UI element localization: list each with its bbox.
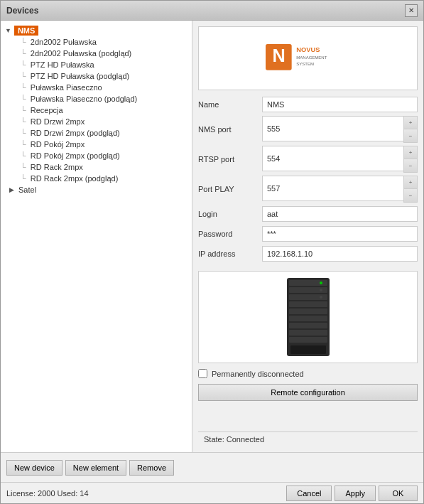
name-value: NMS <box>262 97 418 112</box>
main-window: Devices ✕ ▼ NMS └ 2dn2002 Puławska └ <box>0 0 424 504</box>
nms-port-spinner: 555 + − <box>262 116 418 143</box>
state-text: State: Connected <box>204 435 264 444</box>
svg-rect-12 <box>289 330 327 336</box>
bottom-left-buttons: New device New element Remove <box>6 460 418 476</box>
list-item[interactable]: └ PTZ HD Puławska (podgląd) <box>18 70 189 82</box>
apply-button[interactable]: Apply <box>335 486 376 501</box>
nms-port-value[interactable]: 555 <box>262 116 403 141</box>
list-item[interactable]: └ RD Drzwi 2mpx <box>18 116 189 127</box>
tree-children: └ 2dn2002 Puławska └ 2dn2002 Puławska (p… <box>4 36 189 184</box>
svg-rect-17 <box>290 345 326 354</box>
nms-port-up[interactable]: + <box>404 117 417 129</box>
cancel-button[interactable]: Cancel <box>286 486 332 501</box>
company-logo: N NOVUS MANAGEMENT SYSTEM <box>266 37 351 80</box>
port-play-value[interactable]: 557 <box>262 176 403 201</box>
rtsp-port-spinner: 554 + − <box>262 146 418 173</box>
list-item[interactable]: └ Puławska Piaseczno (podgląd) <box>18 93 189 104</box>
list-item[interactable]: └ Puławska Piaseczno <box>18 82 189 93</box>
dialog-buttons: Cancel Apply OK <box>286 486 418 501</box>
svg-rect-9 <box>289 309 327 314</box>
ok-button[interactable]: OK <box>379 486 418 501</box>
satel-node[interactable]: ▶ Satel <box>4 184 189 195</box>
svg-rect-11 <box>289 323 327 328</box>
name-row: Name NMS <box>198 96 418 113</box>
list-item[interactable]: └ 2dn2002 Puławska <box>18 36 189 48</box>
ip-label: IP address <box>198 250 262 258</box>
close-button[interactable]: ✕ <box>405 4 418 17</box>
left-panel: ▼ NMS └ 2dn2002 Puławska └ 2dn2002 Puław… <box>1 21 192 452</box>
password-value[interactable]: *** <box>262 226 418 242</box>
svg-point-16 <box>320 296 322 299</box>
checkbox-row: Permanently disconnected <box>198 369 418 378</box>
port-play-down[interactable]: − <box>404 189 417 202</box>
title-bar: Devices ✕ <box>1 1 423 21</box>
license-bar: License: 2000 Used: 14 Cancel Apply OK <box>1 482 423 503</box>
svg-rect-8 <box>289 301 327 307</box>
device-image <box>198 271 418 363</box>
login-value[interactable]: aat <box>262 206 418 222</box>
svg-text:SYSTEM: SYSTEM <box>296 62 314 66</box>
checkbox-label: Permanently disconnected <box>212 370 304 378</box>
rtsp-port-value[interactable]: 554 <box>262 146 403 171</box>
logo-area: N NOVUS MANAGEMENT SYSTEM <box>198 26 418 90</box>
ip-row: IP address 192.168.1.10 <box>198 245 418 262</box>
port-play-up[interactable]: + <box>404 176 417 189</box>
new-device-button[interactable]: New device <box>6 460 62 476</box>
list-item[interactable]: └ RD Pokój 2mpx (podgląd) <box>18 150 189 161</box>
expand-icon: ▼ <box>5 27 11 34</box>
password-label: Password <box>198 230 262 238</box>
satel-expand-icon: ▶ <box>9 186 14 193</box>
login-label: Login <box>198 210 262 218</box>
content-area: ▼ NMS └ 2dn2002 Puławska └ 2dn2002 Puław… <box>1 21 423 452</box>
spacer <box>198 407 418 431</box>
svg-text:MANAGEMENT: MANAGEMENT <box>296 55 327 60</box>
new-element-button[interactable]: New element <box>65 460 126 476</box>
svg-point-14 <box>320 282 322 284</box>
list-item[interactable]: └ RD Drzwi 2mpx (podgląd) <box>18 127 189 139</box>
state-bar: State: Connected <box>198 431 418 446</box>
rtsp-port-up[interactable]: + <box>404 146 417 159</box>
server-image <box>276 274 340 360</box>
svg-text:N: N <box>272 45 285 65</box>
list-item[interactable]: └ PTZ HD Puławska <box>18 59 189 70</box>
window-title: Devices <box>6 6 38 16</box>
nms-port-label: NMS port <box>198 125 262 134</box>
rtsp-port-row: RTSP port 554 + − <box>198 146 418 173</box>
list-item[interactable]: └ RD Rack 2mpx (podgląd) <box>18 173 189 184</box>
port-play-label: Port PLAY <box>198 185 262 193</box>
svg-rect-13 <box>289 337 327 343</box>
port-play-spinner-btns: + − <box>403 176 418 203</box>
license-text: License: 2000 Used: 14 <box>6 489 89 498</box>
nms-port-row: NMS port 555 + − <box>198 116 418 143</box>
remove-button[interactable]: Remove <box>129 460 174 476</box>
password-row: Password *** <box>198 225 418 242</box>
brand-text: NOVUS <box>296 46 320 53</box>
login-row: Login aat <box>198 205 418 222</box>
list-item[interactable]: └ Recepcja <box>18 104 189 116</box>
list-item[interactable]: └ RD Rack 2mpx <box>18 161 189 173</box>
port-play-spinner: 557 + − <box>262 176 418 203</box>
svg-point-15 <box>320 289 322 291</box>
svg-rect-10 <box>289 316 327 321</box>
nms-port-down[interactable]: − <box>404 129 417 142</box>
rtsp-port-spinner-btns: + − <box>403 146 418 173</box>
list-item[interactable]: └ RD Pokój 2mpx <box>18 139 189 150</box>
name-label: Name <box>198 100 262 109</box>
right-panel: N NOVUS MANAGEMENT SYSTEM Name NMS NMS p… <box>192 21 423 452</box>
rtsp-port-down[interactable]: − <box>404 159 417 172</box>
nms-node[interactable]: NMS <box>14 26 38 36</box>
ip-value[interactable]: 192.168.1.10 <box>262 246 418 262</box>
port-play-row: Port PLAY 557 + − <box>198 176 418 203</box>
nms-port-spinner-btns: + − <box>403 116 418 143</box>
tree-root: ▼ NMS └ 2dn2002 Puławska └ 2dn2002 Puław… <box>1 23 192 197</box>
permanently-disconnected-checkbox[interactable] <box>198 369 207 378</box>
list-item[interactable]: └ 2dn2002 Puławska (podgląd) <box>18 48 189 59</box>
rtsp-port-label: RTSP port <box>198 155 262 163</box>
tree-root-label[interactable]: ▼ NMS <box>4 25 189 36</box>
bottom-bar: New device New element Remove <box>1 452 423 482</box>
remote-config-button[interactable]: Remote configuration <box>198 384 418 401</box>
